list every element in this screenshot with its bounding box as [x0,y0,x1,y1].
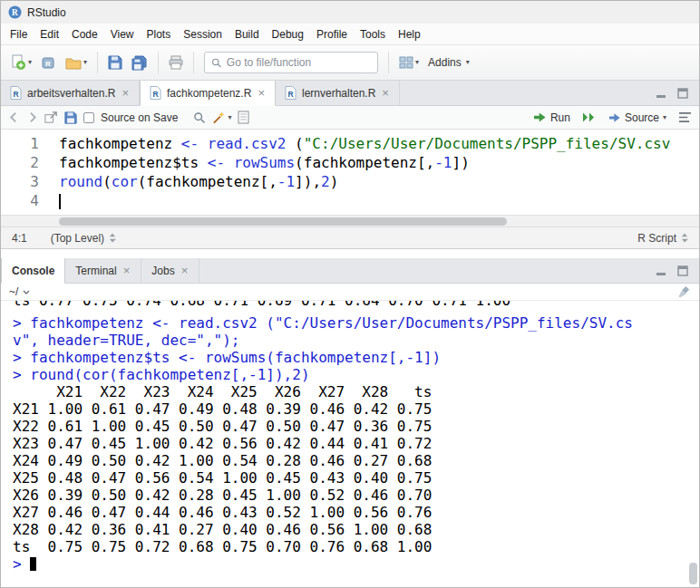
source-tab-strip: Rarbeitsverhalten.R×Rfachkompetenz.R×Rle… [1,81,699,106]
chevron-down-icon[interactable] [23,290,30,294]
print-button[interactable] [165,53,187,72]
console-tab-console[interactable]: Console [1,258,65,284]
addins-label: Addins [428,56,462,69]
menu-item-debug[interactable]: Debug [266,25,310,43]
console-output[interactable]: ts 0.77 0.75 0.74 0.68 0.71 0.69 0.71 0.… [1,301,699,587]
console-line: ts 0.75 0.75 0.72 0.68 0.75 0.70 0.76 0.… [13,538,686,555]
line-number: 4 [1,191,39,210]
console-line: X26 0.39 0.50 0.42 0.28 0.45 1.00 0.52 0… [13,487,686,504]
tab-close-icon[interactable]: × [257,87,266,99]
console-line: > fachkompetenz$ts <- rowSums(fachkompet… [13,349,686,366]
pane-layout-icon [399,55,413,70]
editor-code[interactable]: fachkompetenz <- read.csv2 ("C:/Users/Us… [52,130,699,215]
new-file-icon [10,54,26,71]
chevron-down-icon: ▾ [83,59,87,66]
new-project-button[interactable]: R [37,53,60,73]
console-line: > [13,555,686,573]
console-tab-terminal[interactable]: Terminal× [65,258,141,283]
new-file-button[interactable]: ▾ [6,52,35,73]
save-all-icon [131,55,148,71]
pane-divider[interactable] [1,249,699,258]
console-line: X28 0.42 0.36 0.41 0.27 0.40 0.46 0.56 1… [13,521,686,538]
r-file-icon: R [150,86,161,100]
console-tab-jobs[interactable]: Jobs× [141,258,199,283]
open-in-new-window-button[interactable] [44,111,58,124]
goto-file-input[interactable] [227,56,371,69]
forward-button[interactable] [26,111,38,123]
maximize-pane-button[interactable] [677,88,688,99]
source-tab-lernverhalten-R[interactable]: Rlernverhalten.R× [276,81,400,105]
tab-label: Console [12,265,54,277]
code-token: (fachkompetenz[, [295,154,434,171]
pane-layout-button[interactable]: ▾ [395,53,423,72]
menu-item-help[interactable]: Help [392,25,427,43]
menu-item-view[interactable]: View [104,25,141,43]
save-document-button[interactable] [64,111,77,124]
code-editor[interactable]: 1234 fachkompetenz <- read.csv2 ("C:/Use… [1,130,699,215]
chevron-down-icon: ▾ [415,59,419,66]
line-number: 2 [1,153,39,172]
source-on-save-checkbox[interactable] [83,112,94,123]
open-folder-icon [65,56,82,70]
tab-close-icon[interactable]: × [381,87,390,99]
menu-item-build[interactable]: Build [228,25,266,43]
source-tab-arbeitsverhalten-R[interactable]: Rarbeitsverhalten.R× [1,81,140,105]
code-token: ]) [452,154,470,171]
console-line: X27 0.46 0.47 0.44 0.46 0.43 0.52 1.00 0… [13,504,686,521]
tab-close-icon[interactable]: × [180,265,190,276]
document-outline-button[interactable] [678,111,692,123]
source-label: Source [625,111,659,124]
code-token: fachkompetenz$ts [59,154,208,171]
new-project-icon: R [41,55,56,71]
menu-item-profile[interactable]: Profile [310,25,354,43]
run-icon [533,111,547,123]
source-editor-toolbar: Source on Save ▾ Run Source ▾ [1,106,699,130]
tab-close-icon[interactable]: × [121,87,130,99]
scrollbar-thumb[interactable] [59,217,507,226]
code-line: fachkompetenz$ts <- rowSums(fachkompeten… [59,153,699,172]
scope-selector[interactable]: (Top Level) [51,232,116,245]
search-icon [211,57,222,69]
save-all-button[interactable] [128,53,151,73]
tab-close-icon[interactable]: × [122,265,131,276]
file-type-selector[interactable]: R Script [637,232,688,245]
minimize-pane-button[interactable] [656,265,666,276]
code-tools-button[interactable]: ▾ [212,111,231,124]
menu-item-tools[interactable]: Tools [354,25,392,43]
menu-item-file[interactable]: File [4,25,34,43]
open-file-button[interactable]: ▾ [62,53,91,72]
tab-label: Jobs [151,265,174,277]
menu-item-plots[interactable]: Plots [141,25,178,43]
run-button[interactable]: Run [530,110,574,126]
maximize-pane-button[interactable] [677,265,688,276]
save-icon [108,55,122,70]
r-file-icon: R [285,86,297,100]
code-token: round [59,173,102,190]
minimize-pane-button[interactable] [656,88,666,99]
scrollbar-thumb[interactable] [689,563,697,584]
save-button[interactable] [104,53,126,72]
console-line: X22 0.61 1.00 0.45 0.50 0.47 0.50 0.47 0… [13,418,686,435]
file-type-label: R Script [637,232,676,245]
goto-file-box[interactable] [204,52,378,73]
console-line: X21 1.00 0.61 0.47 0.49 0.48 0.39 0.46 0… [13,400,686,418]
code-token: read.csv2 [208,135,287,152]
menu-item-session[interactable]: Session [177,25,228,43]
compile-report-button[interactable] [238,111,249,124]
source-on-save-label: Source on Save [101,111,178,124]
source-tab-fachkompetenz-R[interactable]: Rfachkompetenz.R× [140,81,276,106]
updown-arrows-icon [681,233,688,243]
menu-item-code[interactable]: Code [65,25,104,43]
toolbar-separator [158,52,159,73]
menu-item-edit[interactable]: Edit [34,25,65,43]
find-replace-button[interactable] [193,111,206,124]
source-button[interactable]: Source ▾ [605,110,670,126]
code-token: ( [286,135,303,152]
chevron-down-icon: ▾ [228,114,231,121]
editor-horizontal-scrollbar[interactable] [1,215,699,227]
back-button[interactable] [8,111,20,123]
addins-button[interactable]: Addins ▾ [424,53,473,72]
clear-console-button[interactable] [677,285,691,299]
updown-arrows-icon [109,233,116,243]
rerun-button[interactable] [582,111,597,123]
